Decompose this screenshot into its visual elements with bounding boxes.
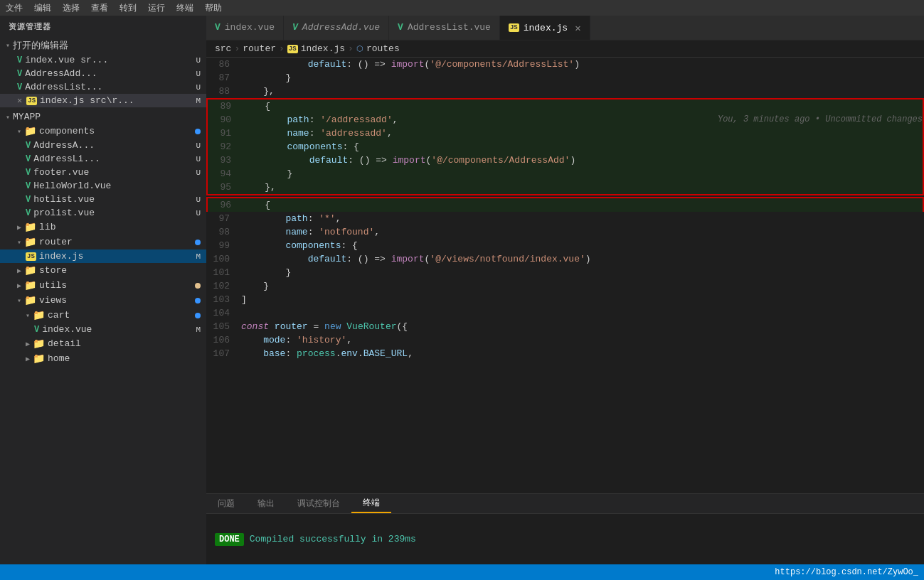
code-line-86: 86 default: () => import('@/components/A… <box>206 58 924 71</box>
badge-u: U <box>196 195 201 204</box>
breadcrumb-routes[interactable]: routes <box>366 43 400 54</box>
sidebar-item-prolist[interactable]: V prolist.vue U <box>0 206 206 220</box>
vue-icon: V <box>17 82 22 92</box>
sidebar-item-utils[interactable]: ▶ 📁 utils <box>0 278 206 293</box>
menu-terminal[interactable]: 终端 <box>176 2 193 14</box>
menu-view[interactable]: 查看 <box>91 2 108 14</box>
line-content: } <box>238 266 924 279</box>
chevron-icon: ▾ <box>17 238 21 247</box>
folder-icon: 📁 <box>24 221 36 233</box>
sidebar-item-addresslist-vue[interactable]: V AddressList... U <box>0 80 206 94</box>
code-editor[interactable]: 86 default: () => import('@/components/A… <box>206 58 924 493</box>
tab-addresslist-vue[interactable]: V AddressList.vue <box>389 16 500 40</box>
file-name: index.vue sr... <box>25 55 108 65</box>
line-number: 90 <box>208 113 240 127</box>
folder-special-icon: 📁 <box>24 236 36 248</box>
line-number: 101 <box>206 266 238 279</box>
sidebar-item-helloworld[interactable]: V HelloWorld.vue <box>0 179 206 193</box>
status-bar-url: https://blog.csdn.net/ZywOo_ <box>775 567 918 577</box>
breadcrumb-indexjs[interactable]: index.js <box>301 43 345 54</box>
sidebar-item-footer[interactable]: V footer.vue U <box>0 166 206 179</box>
line-content: }, <box>238 85 924 98</box>
myapp-label: MYAPP <box>13 112 41 122</box>
line-number: 98 <box>206 225 238 239</box>
menu-edit[interactable]: 编辑 <box>34 2 51 14</box>
sidebar-item-index-js-open[interactable]: ✕ JS index.js src\r... M <box>0 94 206 107</box>
tab-close-button[interactable]: ✕ <box>575 22 580 34</box>
line-number: 96 <box>208 198 240 212</box>
chevron-icon: ▶ <box>17 281 21 290</box>
folder-special-icon: 📁 <box>24 294 36 306</box>
breadcrumb-src[interactable]: src <box>215 43 231 54</box>
breadcrumb-sep: › <box>279 43 285 54</box>
chevron-icon: ▾ <box>6 41 10 50</box>
open-editors-header[interactable]: ▾ 打开的编辑器 <box>0 38 206 53</box>
line-content: default: () => import('@/components/Addr… <box>238 58 924 71</box>
menu-goto[interactable]: 转到 <box>120 2 137 14</box>
sidebar-item-components[interactable]: ▾ 📁 components <box>0 124 206 139</box>
tab-bar: V index.vue V AddressAdd.vue V AddressLi… <box>206 16 924 41</box>
dot-badge-blue <box>195 313 201 318</box>
line-content: name: 'notfound', <box>238 225 924 239</box>
tab-label: index.vue <box>225 22 275 33</box>
badge-m: M <box>196 97 201 105</box>
line-number: 99 <box>206 239 238 252</box>
sidebar-item-lib[interactable]: ▶ 📁 lib <box>0 220 206 235</box>
sidebar-item-home[interactable]: ▶ 📁 home <box>0 351 206 366</box>
file-name: index.js src\r... <box>40 95 134 106</box>
panel-tab-output[interactable]: 输出 <box>246 495 286 512</box>
tab-label: AddressAdd.vue <box>302 22 380 33</box>
file-name: AddressLi... <box>33 154 100 164</box>
line-number: 100 <box>206 252 238 266</box>
line-number: 104 <box>206 306 238 320</box>
dot-badge-blue <box>195 129 201 134</box>
chevron-icon: ▾ <box>26 311 30 320</box>
sidebar-item-addressli[interactable]: V AddressLi... U <box>0 152 206 166</box>
status-bar: https://blog.csdn.net/ZywOo_ <box>0 564 924 580</box>
breadcrumb-router[interactable]: router <box>243 43 276 54</box>
line-number: 102 <box>206 279 238 293</box>
code-line-104: 104 <box>206 306 924 320</box>
sidebar-item-hotlist[interactable]: V hotlist.vue U <box>0 193 206 206</box>
menu-help[interactable]: 帮助 <box>205 2 222 14</box>
vue-icon: V <box>26 141 31 151</box>
line-content: }, <box>240 181 923 194</box>
vue-icon: V <box>17 55 22 65</box>
sidebar-item-router[interactable]: ▾ 📁 router <box>0 235 206 249</box>
sidebar-item-cart[interactable]: ▾ 📁 cart <box>0 308 206 323</box>
panel-tab-problems[interactable]: 问题 <box>206 495 246 512</box>
vue-icon: V <box>34 325 39 335</box>
file-name: AddressAdd... <box>25 68 97 79</box>
sidebar-item-router-index-js[interactable]: JS index.js M <box>0 249 206 263</box>
sidebar-item-addressa[interactable]: V AddressA... U <box>0 139 206 152</box>
folder-name: utils <box>39 280 67 291</box>
panel-tab-terminal[interactable]: 终端 <box>351 494 391 513</box>
dot-badge-blue <box>195 240 201 245</box>
chevron-icon: ▶ <box>17 267 21 275</box>
menu-select[interactable]: 选择 <box>63 2 80 14</box>
sidebar-item-addressadd-vue[interactable]: V AddressAdd... U <box>0 67 206 80</box>
folder-name: cart <box>48 310 70 321</box>
dot-badge-blue <box>195 298 201 304</box>
sidebar-title: 资源管理器 <box>0 16 206 38</box>
line-content: default: () => import('@/views/notfound/… <box>238 252 924 266</box>
breadcrumb-sep: › <box>348 43 354 54</box>
tab-index-js[interactable]: JS index.js ✕ <box>500 16 590 40</box>
panel-tab-debug[interactable]: 调试控制台 <box>286 495 351 512</box>
tab-label: index.js <box>524 23 568 33</box>
line-number: 92 <box>208 140 240 154</box>
tab-addressadd-vue[interactable]: V AddressAdd.vue <box>284 16 389 40</box>
sidebar-item-views[interactable]: ▾ 📁 views <box>0 293 206 308</box>
myapp-header[interactable]: ▾ MYAPP <box>0 110 206 124</box>
sidebar-item-detail[interactable]: ▶ 📁 detail <box>0 336 206 351</box>
tab-index-vue[interactable]: V index.vue <box>206 16 284 40</box>
tab-label: AddressList.vue <box>408 22 491 33</box>
menu-run[interactable]: 运行 <box>148 2 165 14</box>
sidebar-item-cart-index[interactable]: V index.vue M <box>0 323 206 336</box>
menu-file[interactable]: 文件 <box>6 2 23 14</box>
sidebar-item-index-vue[interactable]: V index.vue sr... U <box>0 53 206 67</box>
vue-icon: V <box>26 195 31 205</box>
folder-special-icon: 📁 <box>24 279 36 291</box>
close-icon[interactable]: ✕ <box>17 95 22 106</box>
sidebar-item-store[interactable]: ▶ 📁 store <box>0 263 206 278</box>
